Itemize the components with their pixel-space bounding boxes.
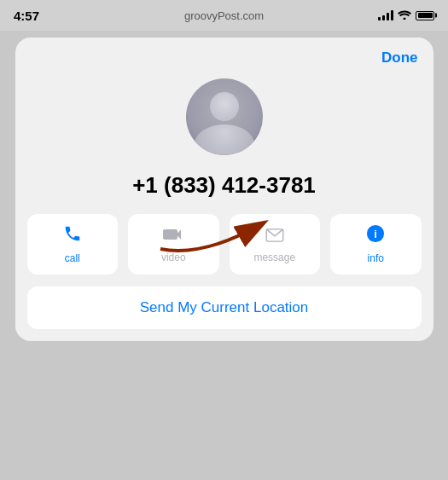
battery-icon	[416, 11, 434, 20]
call-icon	[63, 224, 82, 248]
signal-bars-icon	[378, 10, 393, 20]
send-location-label: Send My Current Location	[140, 299, 309, 315]
done-button[interactable]: Done	[381, 49, 418, 67]
contact-card: Done +1 (833) 412-3781 call video	[15, 38, 433, 341]
info-icon: i	[366, 224, 385, 248]
avatar	[186, 78, 263, 155]
call-label: call	[65, 252, 80, 264]
phone-number: +1 (833) 412-3781	[15, 169, 433, 214]
wifi-icon	[398, 9, 411, 22]
video-button[interactable]: video	[128, 214, 219, 275]
svg-text:i: i	[374, 228, 377, 240]
card-header: Done	[15, 38, 433, 70]
info-button[interactable]: i info	[330, 214, 422, 275]
avatar-body	[195, 124, 254, 155]
status-icons	[378, 9, 434, 22]
status-site: groovyPost.com	[184, 9, 264, 22]
avatar-section	[15, 70, 433, 169]
video-icon	[163, 225, 183, 247]
call-button[interactable]: call	[27, 214, 119, 275]
message-label: message	[253, 252, 295, 263]
info-label: info	[368, 252, 384, 264]
actions-row: call video message	[15, 214, 433, 286]
status-time: 4:57	[14, 9, 39, 23]
video-label: video	[161, 252, 186, 263]
send-location-button[interactable]: Send My Current Location	[27, 286, 422, 329]
avatar-head	[210, 92, 239, 121]
message-button[interactable]: message	[230, 214, 321, 275]
message-icon	[265, 225, 284, 247]
status-bar: 4:57 groovyPost.com	[0, 0, 448, 31]
